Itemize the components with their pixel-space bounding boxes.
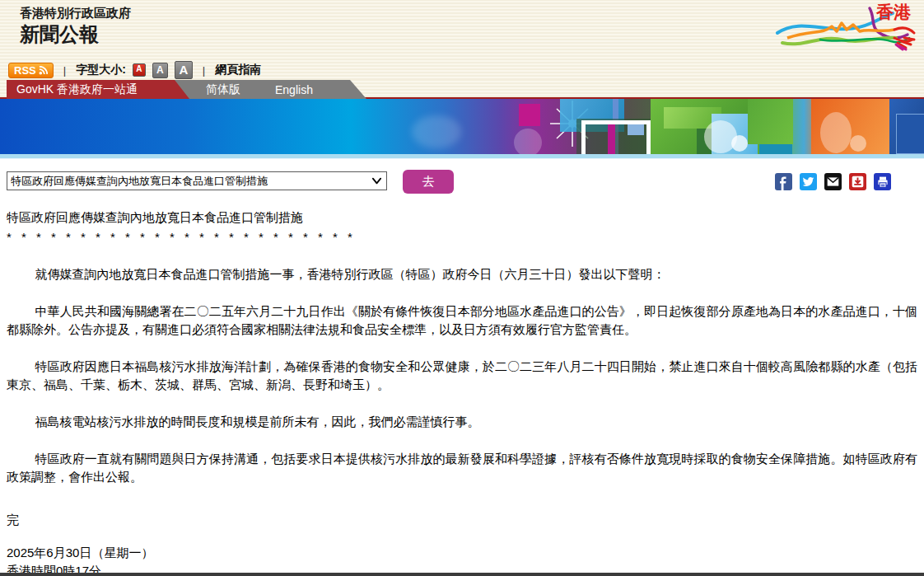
logo-hongkong-text: 香港 [875, 2, 912, 21]
site-header: 香港特別行政區政府 新聞公報 香港 RSS [0, 0, 924, 80]
star-divider: * * * * * * * * * * * * * * * * * * * * … [7, 228, 917, 246]
banner-circle5 [850, 135, 866, 152]
banner-image [0, 99, 924, 154]
utility-row: RSS | 字型大小: A A A | 網頁指南 [8, 61, 261, 79]
font-size-medium-button[interactable]: A [152, 63, 168, 78]
site-guide-link[interactable]: 網頁指南 [215, 63, 261, 77]
end-mark: 完 [7, 511, 917, 529]
banner-circle3 [731, 135, 748, 152]
release-select[interactable]: 特區政府回應傳媒查詢內地放寬日本食品進口管制措施 [7, 171, 387, 190]
main-content: 特區政府回應傳媒查詢內地放寬日本食品進口管制措施 去 [0, 170, 924, 576]
brandhk-logo: 香港 [771, 2, 919, 56]
banner-blue-inner-square [896, 114, 924, 154]
page-title: 新聞公報 [20, 21, 99, 48]
bottom-divider [0, 573, 924, 576]
rss-feed-icon [39, 66, 48, 75]
banner-underline [0, 154, 924, 159]
release-select-wrap: 特區政府回應傳媒查詢內地放寬日本食品進口管制措施 [7, 171, 387, 190]
paragraph-1: 就傳媒查詢內地放寬日本食品進口管制措施一事，香港特別行政區（特區）政府今日（六月… [7, 265, 917, 283]
banner-circle [514, 129, 542, 154]
font-size-small-button[interactable]: A [133, 63, 146, 77]
release-date: 2025年6月30日（星期一） [7, 544, 917, 562]
page: 香港特別行政區政府 新聞公報 香港 RSS [0, 0, 924, 576]
press-release-article: 特區政府回應傳媒查詢內地放寬日本食品進口管制措施 * * * * * * * *… [7, 208, 917, 576]
tab-govhk-label: GovHK 香港政府一站通 [16, 82, 138, 97]
font-size-large-button[interactable]: A [175, 61, 193, 79]
print-share-icon[interactable] [874, 173, 891, 190]
facebook-share-icon[interactable] [775, 173, 792, 190]
banner-magenta-square [519, 104, 540, 126]
department-name: 香港特別行政區政府 [20, 6, 131, 21]
email-share-icon[interactable] [824, 173, 842, 190]
paragraph-4: 福島核電站核污水排放的時間長度和規模是前所未有，因此，我們必需謹慎行事。 [7, 413, 917, 431]
share-bar [775, 173, 891, 190]
tab-simplified-chinese[interactable]: 简体版 [206, 82, 240, 97]
banner-magenta-stripe [608, 124, 615, 154]
paragraph-5: 特區政府一直就有關問題與日方保持溝通，包括要求日本提供核污水排放的最新發展和科學… [7, 450, 917, 486]
paragraph-3: 特區政府因應日本福島核污水排放海洋計劃，為確保香港的食物安全和公眾健康，於二〇二… [7, 358, 917, 394]
save-share-icon[interactable] [849, 173, 866, 190]
tab-bar: 简体版 English GovHK 香港政府一站通 [0, 80, 924, 99]
banner-glow [412, 115, 461, 148]
go-button[interactable]: 去 [403, 170, 454, 194]
separator: | [199, 64, 208, 77]
rss-button[interactable]: RSS [8, 63, 54, 78]
banner-white-frame [581, 120, 651, 154]
banner-circle4 [820, 112, 852, 153]
brandhk-ribbon-icon: 香港 [771, 2, 919, 53]
banner-green-block3 [748, 99, 793, 144]
separator: | [60, 64, 69, 77]
article-title: 特區政府回應傳媒查詢內地放寬日本食品進口管制措施 [7, 208, 917, 227]
tab-english[interactable]: English [275, 83, 313, 96]
font-size-label: 字型大小: [76, 63, 126, 77]
tab-govhk[interactable]: GovHK 香港政府一站通 [7, 80, 189, 99]
paragraph-2: 中華人民共和國海關總署在二〇二五年六月二十九日作出《關於有條件恢復日本部分地區水… [7, 302, 917, 339]
controls-row: 特區政府回應傳媒查詢內地放寬日本食品進口管制措施 去 [7, 170, 917, 194]
twitter-share-icon[interactable] [800, 173, 817, 190]
rss-label: RSS [14, 64, 36, 77]
